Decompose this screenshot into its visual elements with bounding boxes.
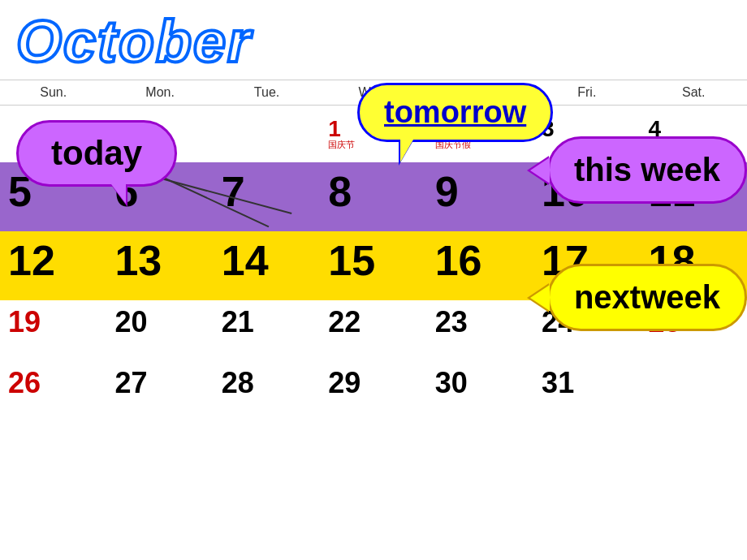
day-number: 16 bbox=[435, 236, 525, 285]
day-number: 7 bbox=[222, 167, 312, 216]
day-cell bbox=[214, 110, 320, 162]
nextweek-bubble: nextweek bbox=[547, 264, 747, 331]
day-cell: 23 bbox=[427, 300, 533, 361]
day-sat: Sat. bbox=[641, 80, 747, 105]
day-number: 23 bbox=[435, 305, 525, 339]
day-number: 19 bbox=[8, 305, 98, 339]
day-number: 30 bbox=[435, 366, 525, 400]
day-mon: Mon. bbox=[106, 80, 213, 105]
day-number: 20 bbox=[114, 305, 205, 339]
day-cell: 14 bbox=[214, 231, 320, 300]
day-number: 15 bbox=[328, 236, 418, 285]
day-cell: 28 bbox=[214, 361, 320, 422]
day-cell: 22 bbox=[320, 300, 426, 361]
day-cell: 9 bbox=[427, 162, 533, 231]
day-cell: 27 bbox=[106, 361, 213, 422]
day-number: 13 bbox=[114, 236, 205, 285]
day-number: 21 bbox=[222, 305, 312, 339]
day-cell bbox=[641, 361, 747, 422]
day-number: 9 bbox=[435, 167, 525, 216]
today-bubble: today bbox=[16, 120, 177, 187]
day-cell: 21 bbox=[214, 300, 320, 361]
day-cell: 16 bbox=[427, 231, 533, 300]
day-cell: 8 bbox=[320, 162, 426, 231]
day-number: 26 bbox=[8, 366, 98, 400]
day-cell: 13 bbox=[106, 231, 213, 300]
day-cell: 31 bbox=[533, 361, 640, 422]
day-cell: 12 bbox=[0, 231, 106, 300]
thisweek-bubble: this week bbox=[547, 136, 747, 204]
day-number: 14 bbox=[222, 236, 312, 285]
day-number: 27 bbox=[114, 366, 205, 400]
october-title: October bbox=[16, 8, 252, 75]
day-cell: 29 bbox=[320, 361, 426, 422]
tomorrow-bubble: tomorrow bbox=[357, 83, 553, 142]
day-number: 29 bbox=[328, 366, 418, 400]
day-number: 28 bbox=[222, 366, 312, 400]
day-sun: Sun. bbox=[0, 80, 106, 105]
day-number: 31 bbox=[542, 366, 632, 400]
day-number: 12 bbox=[8, 236, 98, 285]
day-number: 8 bbox=[328, 167, 418, 216]
day-tue: Tue. bbox=[214, 80, 320, 105]
day-cell: 20 bbox=[106, 300, 213, 361]
day-cell: 30 bbox=[427, 361, 533, 422]
day-number: 22 bbox=[328, 305, 418, 339]
day-cell: 19 bbox=[0, 300, 106, 361]
day-cell: 26 bbox=[0, 361, 106, 422]
week-row-5: 26 27 28 29 30 31 bbox=[0, 361, 747, 422]
day-cell: 15 bbox=[320, 231, 426, 300]
